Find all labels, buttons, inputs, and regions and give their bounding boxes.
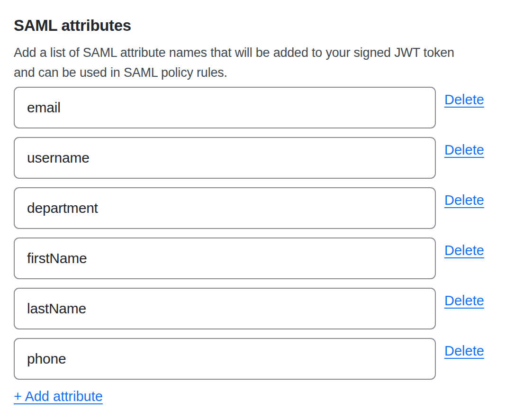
attribute-row: Delete — [14, 237, 485, 279]
delete-cell: Delete — [444, 187, 484, 208]
attribute-input-department[interactable] — [14, 187, 436, 229]
attribute-row: Delete — [14, 137, 485, 179]
delete-attribute-link[interactable]: Delete — [444, 192, 484, 208]
add-attribute-row: + Add attribute — [14, 388, 485, 404]
delete-cell: Delete — [444, 237, 484, 258]
section-description-line-2: and can be used in SAML policy rules. — [14, 63, 485, 82]
saml-attributes-section: SAML attributes Add a list of SAML attri… — [0, 0, 505, 404]
delete-cell: Delete — [444, 288, 484, 309]
attribute-input-username[interactable] — [14, 137, 436, 179]
delete-cell: Delete — [444, 87, 484, 108]
delete-attribute-link[interactable]: Delete — [444, 142, 484, 157]
delete-cell: Delete — [444, 137, 484, 158]
section-description-line-1: Add a list of SAML attribute names that … — [14, 43, 485, 63]
attribute-input-firstname[interactable] — [14, 237, 436, 279]
section-title: SAML attributes — [14, 16, 485, 35]
attribute-row: Delete — [14, 187, 485, 229]
delete-attribute-link[interactable]: Delete — [444, 343, 484, 358]
attribute-row: Delete — [14, 87, 485, 128]
attribute-input-lastname[interactable] — [14, 288, 436, 329]
delete-attribute-link[interactable]: Delete — [444, 293, 484, 308]
delete-attribute-link[interactable]: Delete — [444, 243, 484, 258]
attribute-list: Delete Delete Delete Delete Delete — [14, 87, 485, 380]
add-attribute-link[interactable]: + Add attribute — [14, 389, 103, 404]
attribute-input-email[interactable] — [14, 87, 436, 128]
attribute-input-phone[interactable] — [14, 338, 436, 380]
attribute-row: Delete — [14, 338, 485, 380]
delete-attribute-link[interactable]: Delete — [444, 92, 484, 107]
attribute-row: Delete — [14, 288, 485, 329]
delete-cell: Delete — [444, 338, 484, 359]
section-description: Add a list of SAML attribute names that … — [14, 43, 485, 82]
